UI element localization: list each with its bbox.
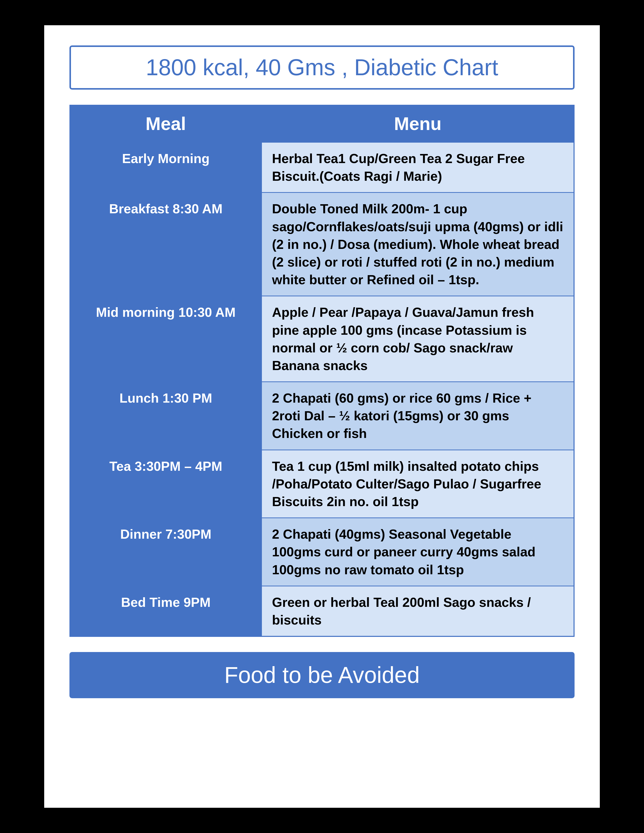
meal-cell: Lunch 1:30 PM: [70, 382, 261, 450]
meal-cell: Breakfast 8:30 AM: [70, 193, 261, 296]
table-row: Early MorningHerbal Tea1 Cup/Green Tea 2…: [70, 142, 574, 193]
meal-cell: Early Morning: [70, 142, 261, 193]
menu-cell: Double Toned Milk 200m- 1 cup sago/Cornf…: [261, 193, 574, 296]
table-header-row: Meal Menu: [70, 105, 574, 142]
menu-cell: Green or herbal Teal 200ml Sago snacks /…: [261, 586, 574, 636]
table-row: Mid morning 10:30 AMApple / Pear /Papaya…: [70, 296, 574, 382]
title-box: 1800 kcal, 40 Gms , Diabetic Chart: [69, 45, 575, 90]
meal-cell: Mid morning 10:30 AM: [70, 296, 261, 382]
menu-cell: 2 Chapati (60 gms) or rice 60 gms / Rice…: [261, 382, 574, 450]
footer-box: Food to be Avoided: [69, 652, 575, 698]
meal-table: Meal Menu Early MorningHerbal Tea1 Cup/G…: [69, 105, 575, 637]
menu-cell: Apple / Pear /Papaya / Guava/Jamun fresh…: [261, 296, 574, 382]
menu-cell: Herbal Tea1 Cup/Green Tea 2 Sugar Free B…: [261, 142, 574, 193]
table-row: Breakfast 8:30 AMDouble Toned Milk 200m-…: [70, 193, 574, 296]
table-row: Lunch 1:30 PM2 Chapati (60 gms) or rice …: [70, 382, 574, 450]
footer-title: Food to be Avoided: [224, 663, 420, 688]
col-header-meal: Meal: [70, 105, 261, 142]
meal-cell: Dinner 7:30PM: [70, 518, 261, 586]
menu-cell: 2 Chapati (40gms) Seasonal Vegetable 100…: [261, 518, 574, 586]
table-row: Dinner 7:30PM2 Chapati (40gms) Seasonal …: [70, 518, 574, 586]
table-row: Bed Time 9PMGreen or herbal Teal 200ml S…: [70, 586, 574, 636]
table-row: Tea 3:30PM – 4PMTea 1 cup (15ml milk) in…: [70, 450, 574, 518]
col-header-menu: Menu: [261, 105, 574, 142]
menu-cell: Tea 1 cup (15ml milk) insalted potato ch…: [261, 450, 574, 518]
page: 1800 kcal, 40 Gms , Diabetic Chart Meal …: [44, 25, 600, 808]
meal-cell: Tea 3:30PM – 4PM: [70, 450, 261, 518]
meal-cell: Bed Time 9PM: [70, 586, 261, 636]
page-title: 1800 kcal, 40 Gms , Diabetic Chart: [146, 55, 498, 80]
